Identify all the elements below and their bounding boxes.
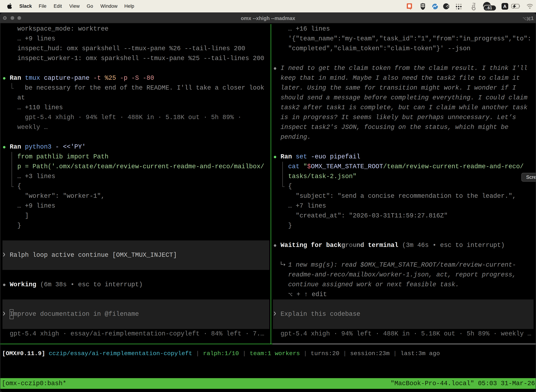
svg-text:A: A — [503, 4, 507, 9]
svg-text:..61: ..61 — [485, 6, 492, 10]
